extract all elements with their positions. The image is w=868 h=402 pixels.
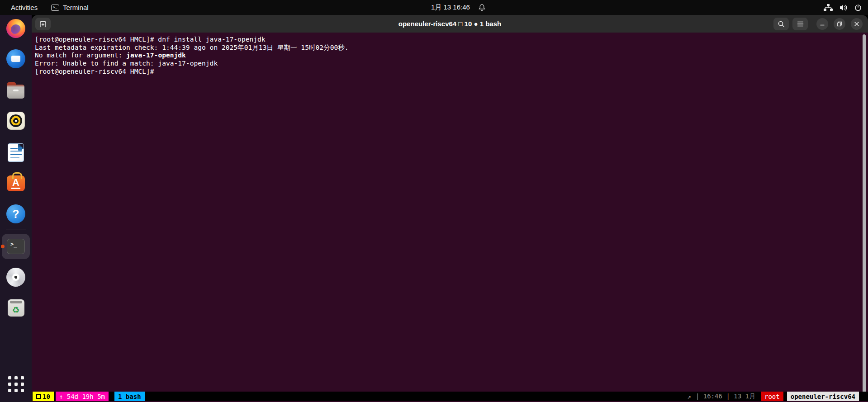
volume-icon (840, 4, 848, 11)
notification-bell-icon (478, 4, 486, 11)
window-title: openeuler-riscv64 □ 10 ● 1 bash (32, 15, 868, 33)
trash-icon: ♻ (8, 299, 24, 317)
terminal-screen[interactable]: [root@openeuler-riscv64 HMCL]# dnf insta… (32, 33, 868, 402)
terminal-line: [root@openeuler-riscv64 HMCL]# dnf insta… (35, 35, 349, 43)
hamburger-menu-button[interactable] (792, 18, 808, 30)
power-icon (854, 4, 862, 11)
app-grid-icon (8, 376, 24, 392)
restore-button[interactable] (834, 18, 845, 30)
search-button[interactable] (773, 18, 789, 30)
scrollbar-thumb[interactable] (863, 34, 866, 397)
clock-label: 1月 13 16:46 (431, 3, 470, 12)
terminal-prompt-glyph: >_ (10, 241, 17, 247)
close-button[interactable] (851, 18, 863, 30)
app-center-letter: A (11, 178, 20, 189)
files-icon (7, 85, 24, 99)
window-square-icon (36, 394, 41, 399)
recycle-glyph: ♻ (12, 306, 19, 314)
help-icon: ? (6, 204, 25, 223)
status-host-segment: openeuler-riscv64 (787, 392, 859, 401)
dock-item-files[interactable] (0, 82, 32, 99)
rhythmbox-icon (7, 112, 25, 130)
dock-item-firefox[interactable] (0, 19, 32, 38)
libreoffice-writer-icon (8, 143, 24, 162)
dock-item-disc[interactable] (0, 268, 32, 287)
top-bar: Activities >_ Terminal 1月 13 16:46 (0, 0, 868, 15)
terminal-line: Error: Unable to find a match: java-17-o… (35, 59, 349, 67)
app-center-icon: A (7, 175, 25, 191)
terminal-line: No match for argument: java-17-openjdk (35, 51, 349, 59)
dock-item-libreoffice-writer[interactable] (0, 143, 32, 162)
network-icon (824, 4, 833, 11)
minimize-button[interactable] (816, 18, 828, 30)
status-windows-segment: 10 (33, 392, 54, 401)
dock-item-app-center[interactable]: A (0, 173, 32, 191)
system-status-area[interactable] (824, 0, 862, 15)
status-uptime-segment: ↑ 54d 19h 5m (56, 392, 109, 401)
terminal-output: [root@openeuler-riscv64 HMCL]# dnf insta… (35, 35, 349, 76)
activities-button[interactable]: Activities (11, 0, 38, 15)
dock-item-rhythmbox[interactable] (0, 112, 32, 130)
terminal-line: [root@openeuler-riscv64 HMCL]# (35, 67, 349, 76)
status-user-segment: root (761, 392, 783, 401)
terminal-window: openeuler-riscv64 □ 10 ● 1 bash (32, 15, 868, 402)
dock-item-terminal[interactable]: >_ (0, 239, 32, 254)
terminal-icon: >_ (7, 239, 25, 254)
show-applications-button[interactable] (0, 376, 32, 392)
terminal-line: Last metadata expiration check: 1:44:39 … (35, 43, 349, 52)
thunderbird-icon (6, 49, 25, 68)
focused-app-label: Terminal (63, 4, 89, 11)
dock: A ? >_ ♻ (0, 15, 32, 402)
focused-app-menu[interactable]: >_ Terminal (51, 0, 89, 15)
dock-item-thunderbird[interactable] (0, 49, 32, 68)
ne-arrow-icon: ↗ (688, 393, 691, 400)
windows-count: 10 (43, 393, 50, 400)
dock-item-help[interactable]: ? (0, 204, 32, 223)
dock-separator (6, 230, 26, 230)
dock-item-trash[interactable]: ♻ (0, 298, 32, 317)
firefox-icon (6, 19, 25, 38)
status-datetime: | 16:46 | 13 1月 (696, 393, 755, 401)
tmux-status-bar: 10 ↑ 54d 19h 5m 1 bash ↗ | 16:46 | 13 1月… (32, 392, 868, 401)
status-right-group: ↗ | 16:46 | 13 1月 root openeuler-riscv64 (688, 392, 859, 401)
clock-menu[interactable]: 1月 13 16:46 (431, 0, 486, 15)
title-bar[interactable]: openeuler-riscv64 □ 10 ● 1 bash (32, 15, 868, 33)
status-active-window-segment: 1 bash (114, 392, 145, 401)
disc-icon (6, 268, 25, 287)
terminal-app-icon: >_ (51, 5, 59, 11)
